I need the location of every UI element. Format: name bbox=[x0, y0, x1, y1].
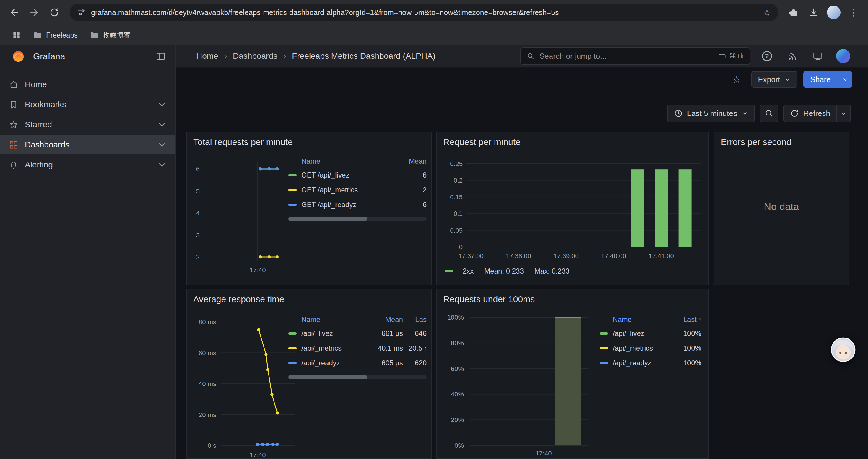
user-avatar[interactable] bbox=[834, 47, 852, 65]
legend-header-mean[interactable]: Mean bbox=[366, 316, 403, 324]
breadcrumb-dashboards[interactable]: Dashboards bbox=[233, 52, 277, 61]
downloads-icon[interactable] bbox=[804, 3, 823, 22]
chevron-down-icon bbox=[741, 110, 748, 117]
legend-scrollbar[interactable] bbox=[288, 217, 427, 221]
dashboard-canvas: Last 5 minutes Refresh bbox=[176, 91, 868, 459]
grafana-app: Grafana Home Bookmarks Starred bbox=[0, 45, 868, 459]
share-dropdown[interactable] bbox=[838, 71, 852, 88]
share-label: Share bbox=[810, 75, 831, 84]
apps-grid-icon[interactable] bbox=[7, 28, 26, 43]
breadcrumb-home[interactable]: Home bbox=[196, 52, 218, 61]
series-mean: 40.1 ms bbox=[366, 344, 403, 352]
legend-row[interactable]: GET /api/_livez 6 bbox=[288, 168, 427, 183]
site-info-icon[interactable] bbox=[77, 8, 86, 17]
floating-avatar[interactable] bbox=[831, 337, 856, 362]
grafana-logo[interactable] bbox=[9, 47, 27, 65]
refresh-group: Refresh bbox=[783, 104, 851, 122]
series-name[interactable]: /api/_metrics bbox=[301, 344, 366, 352]
legend-header-name[interactable]: Name bbox=[301, 316, 366, 324]
bookmark-folder-blogs[interactable]: 收藏博客 bbox=[85, 28, 135, 43]
series-name[interactable]: /api/_livez bbox=[613, 329, 644, 338]
series-name[interactable]: GET /api/_metrics bbox=[301, 186, 358, 194]
sidebar-item-starred[interactable]: Starred bbox=[0, 115, 176, 134]
time-range-label: Last 5 minutes bbox=[687, 109, 737, 118]
request-per-minute-chart: 0.250.20.150.10.05017:37:0017:38:0017:39… bbox=[437, 132, 709, 285]
series-name[interactable]: /api/_livez bbox=[301, 329, 366, 338]
legend-row[interactable]: /api/_metrics 100% bbox=[600, 341, 701, 356]
legend-scrollbar[interactable] bbox=[288, 375, 427, 379]
refresh-label: Refresh bbox=[803, 109, 830, 118]
legend-header-mean[interactable]: Mean bbox=[409, 157, 427, 165]
sidebar-item-home[interactable]: Home bbox=[0, 75, 176, 94]
legend-row[interactable]: /api/_livez 100% bbox=[600, 326, 701, 341]
main-area: Home › Dashboards › Freeleaps Metrics Da… bbox=[176, 45, 868, 459]
legend-row[interactable]: /api/_readyz 605 µs 620 bbox=[288, 356, 427, 370]
back-button[interactable] bbox=[5, 3, 24, 22]
legend-header-name[interactable]: Name bbox=[301, 157, 320, 165]
legend-row[interactable]: /api/_livez 661 µs 646 bbox=[288, 326, 427, 341]
legend-header-name[interactable]: Name bbox=[613, 316, 632, 324]
legend-row[interactable]: /api/_readyz 100% bbox=[600, 356, 701, 370]
share-button[interactable]: Share bbox=[803, 71, 838, 88]
chevron-down-icon[interactable] bbox=[157, 139, 167, 150]
series-name[interactable]: /api/_readyz bbox=[613, 359, 651, 367]
screen: grafana.mathmast.com/d/deytv4rwavabkb/fr… bbox=[0, 0, 868, 459]
series-name[interactable]: 2xx bbox=[463, 267, 473, 275]
scrollbar-thumb[interactable] bbox=[288, 375, 367, 379]
legend-header-last[interactable]: Last * bbox=[683, 316, 701, 324]
profile-avatar[interactable] bbox=[824, 3, 843, 22]
scrollbar-thumb[interactable] bbox=[288, 217, 367, 221]
sidebar-item-label: Bookmarks bbox=[25, 100, 66, 109]
series-name[interactable]: /api/_metrics bbox=[613, 344, 653, 352]
time-range-picker[interactable]: Last 5 minutes bbox=[667, 104, 755, 122]
svg-text:0.1: 0.1 bbox=[454, 210, 463, 218]
series-name[interactable]: /api/_readyz bbox=[301, 359, 366, 367]
bookmark-folder-freeleaps[interactable]: Freeleaps bbox=[28, 28, 83, 43]
legend-row[interactable]: /api/_metrics 40.1 ms 20.5 r bbox=[288, 341, 427, 356]
svg-text:4: 4 bbox=[196, 209, 200, 217]
help-icon[interactable]: ? bbox=[758, 47, 776, 65]
series-name[interactable]: GET /api/_livez bbox=[301, 171, 349, 179]
export-button[interactable]: Export bbox=[751, 71, 797, 88]
chevron-down-icon[interactable] bbox=[157, 119, 167, 130]
favorite-star-icon[interactable]: ☆ bbox=[728, 71, 745, 88]
bookmark-star-icon[interactable]: ☆ bbox=[759, 5, 775, 20]
svg-text:0.15: 0.15 bbox=[450, 193, 463, 201]
breadcrumb-separator: › bbox=[283, 52, 286, 61]
sidebar-item-dashboards[interactable]: Dashboards bbox=[0, 135, 176, 154]
panel-title[interactable]: Requests under 100ms bbox=[443, 294, 535, 304]
panel-title[interactable]: Request per minute bbox=[443, 137, 521, 147]
news-rss-icon[interactable] bbox=[783, 47, 801, 65]
search-input[interactable]: Search or jump to... ⌘+k bbox=[520, 47, 750, 65]
series-color-icon bbox=[288, 362, 297, 364]
dock-menu-icon[interactable] bbox=[152, 47, 169, 65]
refresh-button[interactable]: Refresh bbox=[784, 105, 836, 122]
forward-button[interactable] bbox=[25, 3, 44, 22]
panel-title[interactable]: Errors per second bbox=[721, 137, 791, 147]
menu-kebab-icon[interactable]: ⋮ bbox=[844, 3, 863, 22]
monitor-icon[interactable] bbox=[809, 47, 827, 65]
breadcrumb-current: Freeleaps Metrics Dashboard (ALPHA) bbox=[292, 52, 435, 61]
legend-header-last[interactable]: Las bbox=[403, 316, 427, 324]
search-icon bbox=[526, 52, 535, 60]
sidebar-item-bookmarks[interactable]: Bookmarks bbox=[0, 95, 176, 114]
svg-text:0.2: 0.2 bbox=[454, 177, 463, 184]
extensions-icon[interactable] bbox=[784, 3, 803, 22]
legend-row[interactable]: GET /api/_readyz 6 bbox=[288, 197, 427, 212]
series-name[interactable]: GET /api/_readyz bbox=[301, 201, 356, 209]
url-bar[interactable]: grafana.mathmast.com/d/deytv4rwavabkb/fr… bbox=[70, 4, 778, 21]
panel-title[interactable]: Average response time bbox=[193, 294, 284, 304]
brand-title: Grafana bbox=[33, 52, 65, 61]
panel-title[interactable]: Total requests per minute bbox=[193, 137, 293, 147]
legend-row[interactable]: GET /api/_metrics 2 bbox=[288, 183, 427, 197]
time-controls: Last 5 minutes Refresh bbox=[667, 104, 851, 122]
refresh-interval-dropdown[interactable] bbox=[836, 105, 850, 122]
chevron-down-icon[interactable] bbox=[157, 160, 167, 170]
chevron-down-icon[interactable] bbox=[157, 99, 167, 110]
sidebar-item-alerting[interactable]: Alerting bbox=[0, 155, 176, 174]
panel-avg-response-time: Average response time 80 ms60 ms40 ms20 … bbox=[186, 289, 432, 459]
zoom-out-button[interactable] bbox=[760, 104, 778, 122]
bookmark-icon bbox=[8, 99, 19, 110]
reload-button[interactable] bbox=[45, 3, 64, 22]
export-label: Export bbox=[758, 75, 780, 84]
